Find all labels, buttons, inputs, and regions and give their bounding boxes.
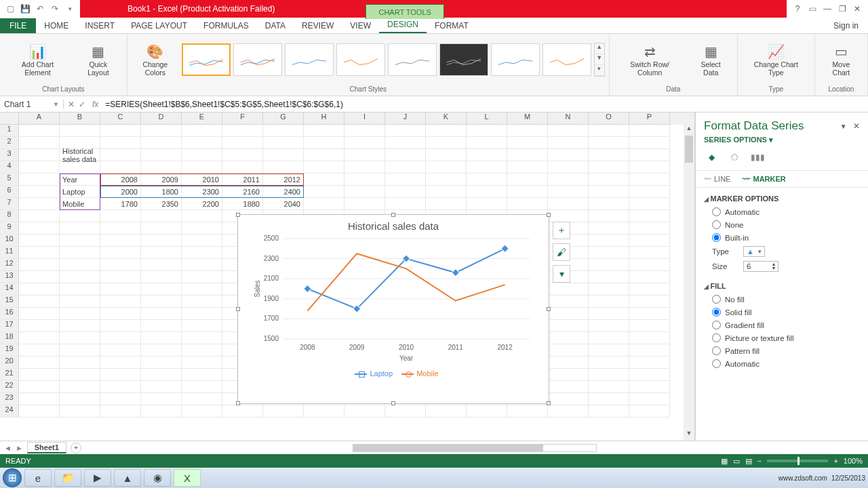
cell[interactable] [60,320,100,332]
start-button[interactable]: ⊞ [3,468,22,487]
cell[interactable] [182,405,222,418]
tab-formulas[interactable]: FORMULAS [195,18,257,33]
cell[interactable] [100,283,141,296]
cell[interactable] [60,271,100,283]
cell[interactable] [548,283,589,296]
row-header[interactable]: 9 [0,222,19,235]
col-header[interactable]: F [222,113,263,125]
cell[interactable] [467,405,507,418]
cell[interactable] [548,344,589,357]
cell[interactable] [182,137,222,149]
cell[interactable] [100,320,141,332]
cell[interactable] [344,125,385,137]
cell[interactable] [19,174,60,186]
redo-icon[interactable]: ↷ [49,3,61,15]
cell[interactable] [19,271,60,283]
series-options-dropdown[interactable]: SERIES OPTIONS ▾ [696,136,868,148]
cell[interactable] [548,210,589,222]
cell[interactable] [548,320,589,332]
row-header[interactable]: 1 [0,125,19,137]
embedded-chart[interactable]: Historical sales data 150017001900210023… [237,214,549,404]
cell[interactable] [385,161,426,174]
row-header[interactable]: 5 [0,174,19,186]
cell[interactable] [426,137,467,149]
cell[interactable] [182,320,222,332]
cell[interactable] [100,222,141,235]
cell[interactable] [141,137,182,149]
cell[interactable] [141,259,182,271]
cell[interactable] [222,149,263,161]
cell[interactable] [100,296,141,308]
row-header[interactable]: 7 [0,198,19,210]
cell[interactable] [60,357,100,369]
cell[interactable] [589,149,629,161]
line-subtab[interactable]: 〰 LINE [704,175,730,183]
zoom-in-icon[interactable]: + [833,457,837,465]
worksheet[interactable]: ABCDEFGHIJKLMNOP 12345678910111213141516… [0,113,695,441]
fill-pattern-radio[interactable] [712,346,721,355]
cell[interactable] [629,149,670,161]
enter-formula-icon[interactable]: ✓ [79,100,85,109]
quick-layout-button[interactable]: ▦ Quick Layout [74,41,123,78]
undo-icon[interactable]: ↶ [34,3,46,15]
taskbar-ie[interactable]: e [24,469,52,487]
cell[interactable] [182,161,222,174]
cell[interactable] [263,125,304,137]
cell[interactable] [629,283,670,296]
cell[interactable]: 2009 [141,174,182,186]
cell[interactable] [344,186,385,198]
chart-style-5[interactable] [388,43,437,76]
cell[interactable] [100,137,141,149]
tab-insert[interactable]: INSERT [77,18,123,33]
cell[interactable] [629,320,670,332]
cell[interactable] [589,369,629,381]
col-header[interactable]: K [426,113,467,125]
cell[interactable] [141,210,182,222]
col-header[interactable]: A [19,113,60,125]
cell[interactable] [467,125,507,137]
col-header[interactable]: H [304,113,344,125]
zoom-level[interactable]: 100% [844,457,863,465]
cell[interactable] [548,186,589,198]
switch-row-column-button[interactable]: ⇄Switch Row/ Column [614,41,686,78]
cell[interactable] [467,174,507,186]
cell[interactable] [141,283,182,296]
cell[interactable] [589,357,629,369]
cell[interactable] [629,393,670,405]
change-chart-type-button[interactable]: 📈Change Chart Type [742,41,810,78]
cell[interactable] [60,259,100,271]
chart-style-6[interactable] [439,43,488,76]
cell[interactable] [426,186,467,198]
cell[interactable] [222,125,263,137]
cell[interactable] [19,283,60,296]
cell[interactable] [629,222,670,235]
row-header[interactable]: 20 [0,357,19,369]
cell[interactable] [629,271,670,283]
change-colors-button[interactable]: 🎨 Change Colors [132,41,179,78]
cell[interactable] [19,405,60,418]
cell[interactable] [426,174,467,186]
add-sheet-button[interactable]: + [71,443,81,453]
cell[interactable]: 2010 [182,174,222,186]
cell[interactable] [182,222,222,235]
col-header[interactable]: N [548,113,589,125]
tab-view[interactable]: VIEW [342,18,379,33]
row-header[interactable]: 8 [0,210,19,222]
chart-plot-area[interactable]: 1500170019002100230025002008200920102011… [252,235,536,363]
cell[interactable] [141,296,182,308]
fill-gradient-radio[interactable] [712,321,721,329]
cell[interactable] [19,381,60,393]
row-header[interactable]: 16 [0,308,19,320]
cell[interactable] [19,393,60,405]
cell[interactable] [548,405,589,418]
select-data-button[interactable]: ▦Select Data [689,41,733,78]
row-header[interactable]: 17 [0,320,19,332]
cell[interactable] [426,198,467,210]
cell[interactable] [507,186,548,198]
cell[interactable] [100,393,141,405]
cell[interactable] [629,235,670,247]
marker-subtab[interactable]: 〰 MARKER [743,175,785,183]
cell[interactable] [141,405,182,418]
cell[interactable] [60,369,100,381]
select-all-corner[interactable] [0,113,19,125]
